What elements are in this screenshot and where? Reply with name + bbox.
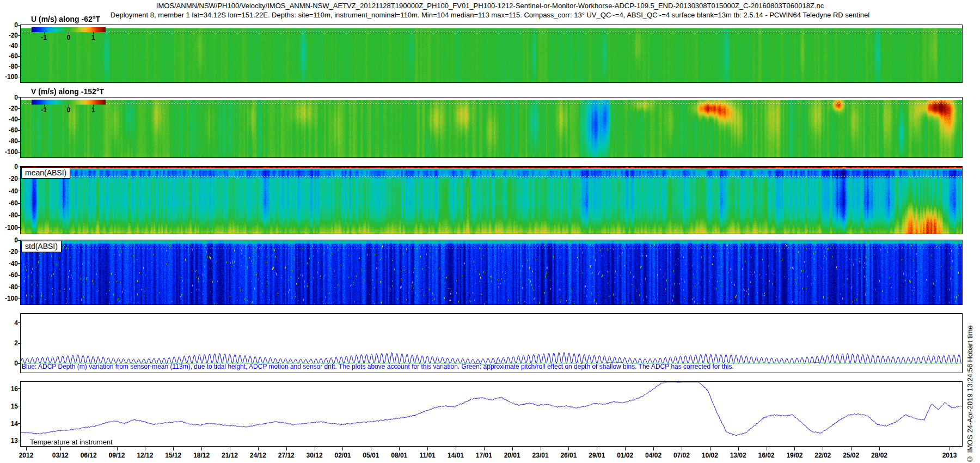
y-tick-mark <box>18 119 20 120</box>
y-tick-label: 14 <box>1 420 18 428</box>
y-tick-label: 4 <box>1 319 18 327</box>
y-tick-mark <box>18 152 20 153</box>
x-tick-label: 28/02 <box>871 452 887 459</box>
y-tick-label: -20 <box>1 105 18 112</box>
x-tick-mark <box>286 447 287 450</box>
x-tick-mark <box>173 447 174 450</box>
y-tick-label: -60 <box>1 52 18 60</box>
x-tick-label: 24/12 <box>250 452 266 459</box>
x-tick-label: 08/01 <box>391 452 407 459</box>
x-tick-mark <box>456 447 456 450</box>
panel-temperature <box>20 381 963 447</box>
y-tick-label: -80 <box>1 63 18 70</box>
y-tick-mark <box>18 227 20 228</box>
panel-std-absi: std(ABSI) <box>20 240 963 305</box>
x-tick-mark <box>851 447 852 450</box>
y-tick-mark <box>18 322 20 323</box>
y-tick-label: 0 <box>1 163 18 170</box>
x-tick-label: 27/12 <box>278 452 295 459</box>
x-tick-label: 2012 <box>19 452 34 459</box>
y-tick-mark <box>18 179 20 179</box>
x-tick-label: 25/02 <box>843 452 859 459</box>
y-tick-mark <box>18 343 20 344</box>
x-tick-mark <box>682 447 682 450</box>
colorbar-tick-label: 1 <box>91 106 95 114</box>
x-tick-mark <box>767 447 767 450</box>
panel-title-u-velocity: U (m/s) along -62°T <box>31 15 100 23</box>
x-tick-label: 06/12 <box>81 452 97 459</box>
x-tick-mark <box>117 447 118 450</box>
x-tick-mark <box>230 447 230 450</box>
panel-u-velocity: -101 <box>20 25 963 83</box>
temperature-line <box>21 382 962 446</box>
colorbar-v: -101 <box>32 100 106 105</box>
x-tick-label: 22/02 <box>814 452 831 459</box>
x-tick-label: 23/01 <box>532 452 549 459</box>
y-tick-mark <box>18 130 20 131</box>
x-tick-label: 30/12 <box>307 452 323 459</box>
x-tick-label: 11/01 <box>419 452 435 459</box>
x-tick-mark <box>597 447 597 450</box>
x-tick-mark <box>512 447 513 450</box>
x-tick-label: 03/12 <box>52 452 69 459</box>
x-tick-label: 19/02 <box>786 452 803 459</box>
y-tick-label: -40 <box>1 260 18 267</box>
x-tick-label: 13/02 <box>730 452 746 459</box>
x-tick-mark <box>60 447 61 450</box>
x-tick-mark <box>738 447 739 450</box>
x-tick-mark <box>794 447 795 450</box>
x-tick-mark <box>427 447 428 450</box>
colorbar-tick-label: -1 <box>41 34 47 41</box>
panel-label-std-absi: std(ABSI) <box>21 241 62 252</box>
mean-absi-heatmap <box>21 167 962 234</box>
y-tick-label: 0 <box>1 94 18 101</box>
y-tick-label: -80 <box>1 137 18 145</box>
y-tick-label: -80 <box>1 211 18 219</box>
panel-label-mean-absi: mean(ABSI) <box>21 167 70 179</box>
x-tick-mark <box>625 447 626 450</box>
x-tick-mark <box>201 447 202 450</box>
x-tick-label: 10/02 <box>702 452 718 459</box>
y-tick-mark <box>18 263 20 264</box>
y-tick-label: 0 <box>1 360 18 367</box>
y-tick-mark <box>18 363 20 364</box>
x-tick-mark <box>950 447 950 450</box>
y-tick-label: -100 <box>1 148 18 156</box>
x-tick-mark <box>342 447 343 450</box>
x-tick-mark <box>541 447 541 450</box>
x-tick-label: 05/01 <box>363 452 379 459</box>
x-tick-label: 16/02 <box>758 452 775 459</box>
x-tick-mark <box>823 447 823 450</box>
y-tick-mark <box>18 287 20 287</box>
x-tick-label: 12/12 <box>137 452 153 459</box>
colorbar-tick-label: 0 <box>67 106 71 114</box>
y-tick-label: -100 <box>1 295 18 302</box>
v-velocity-heatmap <box>21 98 962 157</box>
colorbar-u: -101 <box>32 27 106 32</box>
x-tick-label: 20/01 <box>504 452 520 459</box>
y-tick-label: -60 <box>1 126 18 134</box>
y-tick-mark <box>18 141 20 142</box>
y-tick-label: -20 <box>1 32 18 39</box>
y-tick-mark <box>18 46 20 46</box>
y-tick-mark <box>18 77 20 77</box>
y-tick-label: -20 <box>1 248 18 255</box>
x-tick-label: 2013 <box>942 452 957 459</box>
y-tick-mark <box>18 191 20 191</box>
figure-title: IMOS/ANMN/NSW/PH100/Velocity/IMOS_ANMN-N… <box>0 2 980 10</box>
y-tick-label: -60 <box>1 199 18 207</box>
x-tick-label: 02/01 <box>334 452 351 459</box>
x-tick-mark <box>26 447 27 450</box>
y-tick-label: -80 <box>1 283 18 291</box>
panel-mean-absi: mean(ABSI) <box>20 166 963 234</box>
y-tick-mark <box>18 98 20 98</box>
colorbar-tick-label: -1 <box>41 106 47 114</box>
adcp-figure: IMOS/ANMN/NSW/PH100/Velocity/IMOS_ANMN-N… <box>0 0 980 463</box>
y-tick-mark <box>18 298 20 299</box>
y-tick-mark <box>18 423 20 424</box>
y-tick-mark <box>18 25 20 26</box>
x-tick-mark <box>653 447 654 450</box>
x-tick-mark <box>879 447 880 450</box>
y-tick-label: -40 <box>1 187 18 195</box>
y-tick-mark <box>18 56 20 57</box>
